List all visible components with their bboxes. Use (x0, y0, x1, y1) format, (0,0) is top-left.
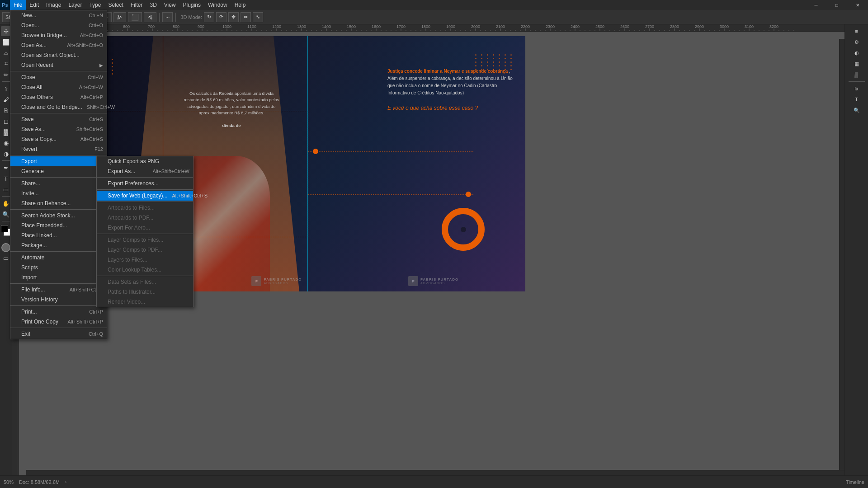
menu-file[interactable]: File (10, 0, 26, 10)
menu-edit[interactable]: Edit (26, 0, 42, 10)
file-close-all[interactable]: Close AllAlt+Ctrl+W (10, 82, 107, 92)
minimize-button[interactable]: ─ (806, 0, 826, 10)
3d-scale-button[interactable]: ⤡ (253, 12, 263, 22)
file-sep-9 (10, 328, 107, 328)
file-open-as[interactable]: Open As...Alt+Shift+Ctrl+O (10, 40, 107, 50)
menu-window[interactable]: Window (204, 0, 231, 10)
file-place-embedded[interactable]: Place Embedded... (10, 221, 107, 230)
vertical-scrollbar[interactable] (839, 39, 844, 470)
lasso-tool[interactable]: ⌓ (1, 48, 11, 58)
file-export[interactable]: Export▶ (10, 156, 107, 166)
file-scripts[interactable]: Scripts▶ (10, 263, 107, 272)
maximize-button[interactable]: □ (826, 0, 847, 10)
foreground-color[interactable] (1, 225, 8, 232)
file-browse-bridge[interactable]: Browse in Bridge...Alt+Ctrl+O (10, 30, 107, 40)
menu-help[interactable]: Help (231, 0, 250, 10)
move-tool[interactable]: ✢ (1, 26, 11, 36)
healing-tool[interactable]: ⚕ (1, 84, 11, 94)
panel-properties-icon[interactable]: ⚙ (852, 37, 862, 47)
close-button[interactable]: ✕ (847, 0, 868, 10)
file-package[interactable]: Package... (10, 240, 107, 250)
menu-layer[interactable]: Layer (65, 0, 85, 10)
clone-tool[interactable]: ⎘ (1, 105, 11, 115)
panel-type-icon[interactable]: T (852, 94, 862, 104)
file-sep-7 (10, 283, 107, 284)
file-close-bridge[interactable]: Close and Go to Bridge...Shift+Ctrl+W (10, 102, 107, 112)
export-as[interactable]: Export As...Alt+Shift+Ctrl+W (97, 166, 193, 176)
file-share[interactable]: Share... (10, 178, 107, 188)
file-exit[interactable]: ExitCtrl+Q (10, 329, 107, 339)
horizontal-scrollbar[interactable] (26, 470, 844, 475)
export-save-web[interactable]: Save for Web (Legacy)...Alt+Shift+Ctrl+S (97, 191, 193, 201)
panel-gradients-icon[interactable]: ▒ (852, 70, 862, 80)
pen-tool[interactable]: ✒ (1, 163, 11, 173)
file-revert[interactable]: RevertF12 (10, 144, 107, 154)
dodge-tool[interactable]: ◑ (1, 149, 11, 159)
export-data-sets: Data Sets as Files... (97, 277, 193, 287)
file-print[interactable]: Print...Ctrl+P (10, 307, 107, 317)
export-submenu[interactable]: Quick Export as PNG Export As...Alt+Shif… (96, 156, 193, 307)
file-automate[interactable]: Automate▶ (10, 253, 107, 263)
file-share-behance[interactable]: Share on Behance... (10, 198, 107, 208)
align-bottom-button[interactable]: ⫷ (144, 12, 156, 22)
zoom-tool[interactable]: 🔍 (1, 209, 11, 219)
app-icon: Ps (0, 0, 10, 10)
file-import[interactable]: Import▶ (10, 272, 107, 282)
panel-fx-icon[interactable]: fx (852, 84, 862, 94)
file-save-copy[interactable]: Save a Copy...Alt+Ctrl+S (10, 134, 107, 144)
file-generate[interactable]: Generate▶ (10, 166, 107, 176)
blur-tool[interactable]: ◉ (1, 138, 11, 148)
menu-filter[interactable]: Filter (127, 0, 146, 10)
text-tool[interactable]: T (1, 174, 11, 183)
3d-rotate-button[interactable]: ↻ (204, 12, 214, 22)
hand-tool[interactable]: ✋ (1, 198, 11, 208)
right-text-block: Justiça concede liminar a Neymar e suspe… (387, 68, 514, 113)
export-render-video: Render Video... (97, 297, 193, 307)
panel-layers-icon[interactable]: ≡ (852, 26, 862, 36)
file-open-smart[interactable]: Open as Smart Object... (10, 50, 107, 60)
panel-search-icon[interactable]: 🔍 (852, 105, 862, 115)
file-version-history[interactable]: Version History (10, 295, 107, 305)
gradient-tool[interactable]: ▓ (1, 127, 11, 137)
file-sep-2 (10, 113, 107, 113)
file-stock[interactable]: Search Adobe Stock... (10, 211, 107, 221)
export-preferences[interactable]: Export Preferences... (97, 178, 193, 188)
align-top-button[interactable]: ⫸ (113, 12, 126, 22)
export-quick-png[interactable]: Quick Export as PNG (97, 156, 193, 166)
3d-slide-button[interactable]: ⇔ (241, 12, 251, 22)
file-open[interactable]: Open...Ctrl+O (10, 20, 107, 30)
crop-tool[interactable]: ⌗ (1, 59, 11, 69)
3d-roll-button[interactable]: ⟳ (216, 12, 226, 22)
menu-plugins[interactable]: Plugins (179, 0, 204, 10)
file-print-one[interactable]: Print One CopyAlt+Shift+Ctrl+P (10, 317, 107, 327)
shape-tool[interactable]: ▭ (1, 184, 11, 194)
file-save[interactable]: SaveCtrl+S (10, 114, 107, 124)
panel-color-icon[interactable]: ◐ (852, 48, 862, 58)
menu-view[interactable]: View (160, 0, 179, 10)
file-info[interactable]: File Info...Alt+Shift+Ctrl+I (10, 285, 107, 295)
eraser-tool[interactable]: ◻ (1, 116, 11, 126)
file-new[interactable]: New...Ctrl+N (10, 10, 107, 20)
eyedropper-tool[interactable]: ✏ (1, 70, 11, 80)
align-middle-v-button[interactable]: ⬛ (128, 12, 142, 22)
file-close-others[interactable]: Close OthersAlt+Ctrl+P (10, 92, 107, 102)
file-open-recent[interactable]: Open Recent▶ (10, 60, 107, 70)
file-invite[interactable]: Invite... (10, 188, 107, 198)
file-close[interactable]: CloseCtrl+W (10, 72, 107, 82)
dot-connector-1 (313, 149, 318, 154)
menu-type[interactable]: Type (85, 0, 104, 10)
more-options-button[interactable]: ··· (162, 12, 173, 22)
brush-tool[interactable]: 🖌 (1, 94, 11, 104)
marquee-tool[interactable]: ⬜ (1, 37, 11, 47)
quick-mask-button[interactable] (1, 243, 10, 252)
file-save-as[interactable]: Save As...Shift+Ctrl+S (10, 124, 107, 134)
dot-connector-2 (466, 192, 471, 197)
file-menu[interactable]: New...Ctrl+N Open...Ctrl+O Browse in Bri… (10, 10, 107, 339)
file-place-linked[interactable]: Place Linked... (10, 230, 107, 240)
screen-mode-button[interactable]: ▭ (1, 253, 11, 263)
3d-pan-button[interactable]: ✥ (228, 12, 239, 22)
menu-3d[interactable]: 3D (146, 0, 160, 10)
menu-select[interactable]: Select (104, 0, 127, 10)
menu-image[interactable]: Image (42, 0, 65, 10)
panel-swatches-icon[interactable]: ▦ (852, 59, 862, 69)
